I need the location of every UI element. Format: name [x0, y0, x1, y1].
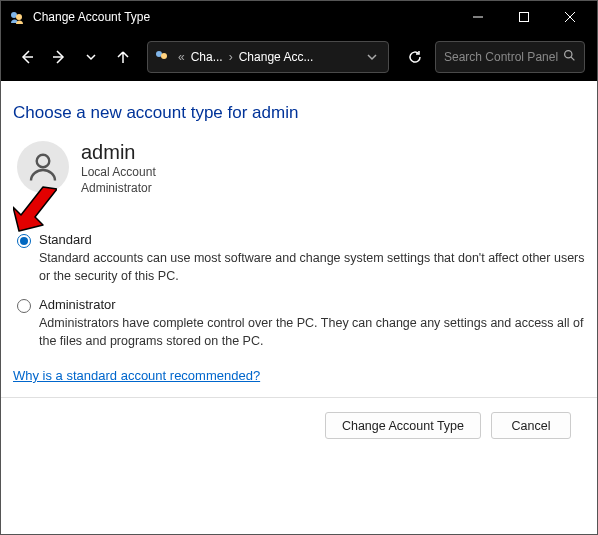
search-placeholder: Search Control Panel [444, 50, 563, 64]
up-button[interactable] [109, 43, 137, 71]
svg-point-10 [565, 51, 572, 58]
content-area: Choose a new account type for admin admi… [1, 81, 597, 439]
user-accounts-icon [154, 48, 170, 67]
address-dropdown-button[interactable] [362, 52, 382, 62]
user-accounts-icon [9, 9, 25, 25]
nav-bar: « Cha... › Change Acc... Search Control … [1, 33, 597, 81]
search-icon [563, 49, 576, 65]
chevron-right-icon: › [227, 50, 235, 64]
svg-line-11 [571, 57, 574, 60]
address-bar[interactable]: « Cha... › Change Acc... [147, 41, 389, 73]
radio-administrator[interactable] [17, 299, 31, 313]
back-button[interactable] [13, 43, 41, 71]
footer-buttons: Change Account Type Cancel [13, 398, 585, 439]
breadcrumb-1[interactable]: Cha... [191, 50, 223, 64]
account-type-options: Standard Standard accounts can use most … [13, 232, 585, 350]
change-account-type-button[interactable]: Change Account Type [325, 412, 481, 439]
forward-button[interactable] [45, 43, 73, 71]
refresh-button[interactable] [399, 41, 431, 73]
svg-point-12 [37, 155, 50, 168]
cancel-button[interactable]: Cancel [491, 412, 571, 439]
account-name: admin [81, 141, 156, 164]
option-administrator-label: Administrator [39, 297, 116, 312]
svg-point-1 [16, 14, 22, 20]
annotation-arrow [13, 185, 57, 236]
option-standard[interactable]: Standard [17, 232, 585, 248]
search-input[interactable]: Search Control Panel [435, 41, 585, 73]
svg-point-9 [161, 53, 167, 59]
close-button[interactable] [547, 1, 593, 33]
history-dropdown-button[interactable] [77, 43, 105, 71]
page-heading: Choose a new account type for admin [13, 103, 585, 123]
option-administrator-desc: Administrators have complete control ove… [39, 315, 585, 350]
title-bar: Change Account Type [1, 1, 597, 33]
minimize-button[interactable] [455, 1, 501, 33]
breadcrumb-prefix: « [176, 50, 187, 64]
account-type-line1: Local Account [81, 164, 156, 180]
help-link[interactable]: Why is a standard account recommended? [13, 368, 260, 383]
radio-standard[interactable] [17, 234, 31, 248]
option-administrator[interactable]: Administrator [17, 297, 585, 313]
breadcrumb-2[interactable]: Change Acc... [239, 50, 314, 64]
svg-rect-3 [520, 13, 529, 22]
account-header: admin Local Account Administrator [17, 141, 585, 196]
account-info: admin Local Account Administrator [81, 141, 156, 196]
window-title: Change Account Type [33, 10, 455, 24]
maximize-button[interactable] [501, 1, 547, 33]
option-standard-desc: Standard accounts can use most software … [39, 250, 585, 285]
account-type-line2: Administrator [81, 180, 156, 196]
